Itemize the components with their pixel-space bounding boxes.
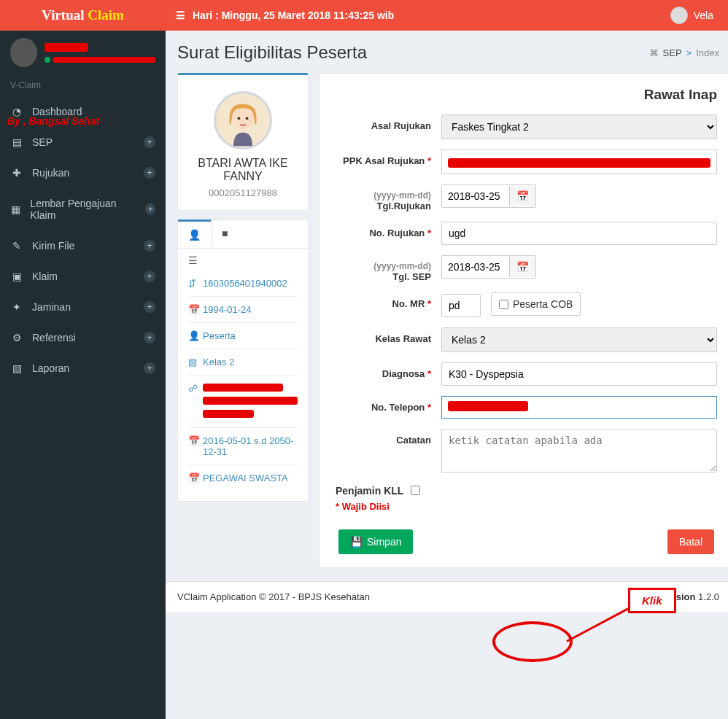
redacted-phone <box>448 401 528 411</box>
tab-building[interactable]: ■ <box>212 220 238 248</box>
sidebar-item-sep[interactable]: ▤SEP+ <box>0 127 166 158</box>
user-name: Vela <box>694 9 713 21</box>
sidebar-user <box>0 31 166 74</box>
detail-status[interactable]: 👤Peserta <box>188 322 298 349</box>
expand-icon: + <box>145 203 155 215</box>
detail-nik[interactable]: ⇵1603056401940002 <box>188 271 298 296</box>
sidebar-item-label: Lembar Pengajuan Klaim <box>30 198 128 221</box>
input-no-mr[interactable] <box>441 294 481 317</box>
label-no-rujukan: No. Rujukan * <box>336 222 441 238</box>
label-diagnosa: Diagnosa * <box>336 362 441 379</box>
expand-icon: + <box>144 332 155 343</box>
calendar-picker-icon[interactable]: 📅 <box>509 186 535 206</box>
label-kelas-rawat: Kelas Rawat <box>336 327 441 344</box>
detail-period[interactable]: 📅2016-05-01 s.d 2050-12-31 <box>188 427 298 465</box>
detail-redacted: ☍ <box>188 375 298 427</box>
stethoscope-icon: ☍ <box>188 383 198 394</box>
menu-icon: ✚ <box>10 167 23 179</box>
sidebar: V-Claim By , Bangsal Sehat ◔Dashboard▤SE… <box>0 31 166 719</box>
textarea-catatan[interactable] <box>441 429 717 473</box>
detail-dob[interactable]: 📅1994-01-24 <box>188 296 298 322</box>
redacted-subtext <box>53 57 155 63</box>
sidebar-item-label: Klaim <box>32 271 58 282</box>
calendar-icon: 📅 <box>188 473 198 483</box>
label-tgl-sep: (yyyy-mm-dd)Tgl. SEP <box>336 255 441 282</box>
page-title: Surat Eligibilitas Peserta <box>177 42 367 63</box>
select-kelas-rawat[interactable]: Kelas 2 <box>441 327 717 352</box>
breadcrumb-index: Index <box>696 47 719 58</box>
peserta-cob-box[interactable]: Peserta COB <box>491 292 581 316</box>
batal-button[interactable]: Batal <box>667 529 714 554</box>
menu-icon: ▤ <box>10 136 23 148</box>
input-no-rujukan[interactable] <box>441 222 717 245</box>
form-title: Rawat Inap <box>336 87 717 103</box>
content: Surat Eligibilitas Peserta ⌘ SEP > Index… <box>166 31 728 719</box>
list-icon: ☰ <box>188 254 198 266</box>
expand-icon: + <box>144 240 155 252</box>
building-icon: ■ <box>222 228 228 239</box>
annotation-circle <box>492 621 573 662</box>
sidebar-item-laporan[interactable]: ▧Laporan+ <box>0 353 166 384</box>
detail-kelas[interactable]: ▧Kelas 2 <box>188 349 298 375</box>
input-tgl-rujukan[interactable] <box>442 185 509 207</box>
person-icon: 👤 <box>188 229 201 241</box>
sidebar-item-klaim[interactable]: ▣Klaim+ <box>0 261 166 292</box>
avatar-icon <box>670 7 688 24</box>
sidebar-item-referensi[interactable]: ⚙Referensi+ <box>0 322 166 353</box>
detail-occupation[interactable]: 📅PEGAWAI SWASTA <box>188 465 298 491</box>
menu-icon: ▦ <box>10 203 21 215</box>
user-avatar-icon <box>10 38 37 67</box>
checkbox-peserta-cob[interactable] <box>499 300 508 309</box>
expand-icon: + <box>144 271 155 282</box>
sidebar-item-kirim-file[interactable]: ✎Kirim File+ <box>0 230 166 261</box>
label-tgl-rujukan: (yyyy-mm-dd)Tgl.Rujukan <box>336 184 441 211</box>
patient-id: 0002051127988 <box>190 187 296 198</box>
hamburger-icon[interactable]: ☰ <box>176 9 185 21</box>
breadcrumb-sep[interactable]: SEP <box>663 47 682 58</box>
patient-avatar-icon <box>214 91 272 149</box>
redacted-name <box>44 43 88 52</box>
sidebar-item-label: Laporan <box>32 362 69 374</box>
patient-name: BTARI AWTA IKE FANNY <box>190 157 296 183</box>
checkbox-penjamin[interactable] <box>411 486 420 495</box>
bed-icon: ▧ <box>188 357 198 368</box>
sidebar-item-label: Referensi <box>32 332 76 343</box>
input-no-telepon[interactable] <box>441 396 717 419</box>
label-asal-rujukan: Asal Rujukan <box>336 114 441 131</box>
tab-person[interactable]: 👤 <box>178 219 212 248</box>
sidebar-item-label: Kirim File <box>32 240 74 252</box>
sidebar-item-jaminan[interactable]: ✦Jaminan+ <box>0 292 166 322</box>
expand-icon: + <box>144 362 155 374</box>
annotation-arrow <box>566 607 629 642</box>
input-ppk-asal[interactable] <box>441 149 717 174</box>
menu-icon: ✦ <box>10 301 23 313</box>
sidebar-item-label: Rujukan <box>32 167 69 179</box>
sidebar-item-label: SEP <box>32 136 53 148</box>
user-icon: 👤 <box>188 330 198 341</box>
label-no-telepon: No. Telepon * <box>336 396 441 413</box>
redacted-ppk <box>448 158 710 168</box>
user-menu[interactable]: Vela <box>670 7 728 24</box>
simpan-button[interactable]: 💾 Simpan <box>338 529 413 554</box>
status-dot-icon <box>44 57 50 63</box>
svg-point-2 <box>238 117 241 120</box>
tab-list[interactable]: ☰ <box>188 250 198 271</box>
expand-icon: + <box>144 167 155 179</box>
patient-details-card: 👤 ■ ☰ ⇵1603056401940002 📅1994-01-24 👤Pes… <box>177 219 309 502</box>
input-diagnosa[interactable] <box>441 362 717 386</box>
app-logo: Virtual Claim <box>0 0 166 31</box>
sidebar-item-rujukan[interactable]: ✚Rujukan+ <box>0 158 166 188</box>
input-tgl-sep[interactable] <box>442 256 509 278</box>
calendar-icon: 📅 <box>188 435 198 446</box>
patient-profile-card: BTARI AWTA IKE FANNY 0002051127988 <box>177 73 309 211</box>
sort-icon: ⇵ <box>188 278 198 289</box>
annotation-author: By , Bangsal Sehat <box>7 115 99 127</box>
calendar-picker-icon[interactable]: 📅 <box>509 257 535 277</box>
menu-icon: ▣ <box>10 271 23 282</box>
menu-icon: ✎ <box>10 240 23 252</box>
form-card: Rawat Inap Asal Rujukan Faskes Tingkat 2… <box>319 73 728 568</box>
select-asal-rujukan[interactable]: Faskes Tingkat 2 <box>441 114 717 139</box>
required-note: * Wajib Diisi <box>336 501 717 512</box>
label-ppk-asal: PPK Asal Rujukan * <box>336 149 441 166</box>
sidebar-item-lembar-pengajuan-klaim[interactable]: ▦Lembar Pengajuan Klaim+ <box>0 188 166 230</box>
